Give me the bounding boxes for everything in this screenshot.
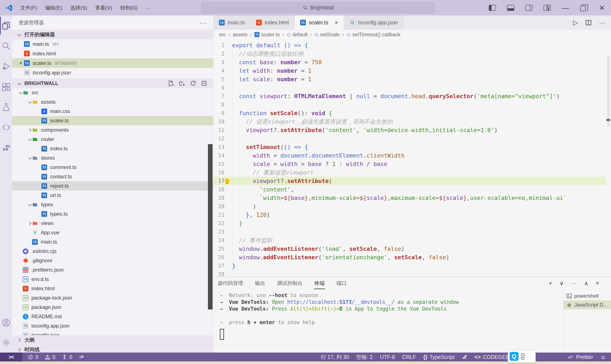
- activitybar-account[interactable]: [0, 313, 12, 333]
- collapse-icon[interactable]: [201, 80, 207, 87]
- status-errors[interactable]: 0: [28, 354, 38, 360]
- restore-button[interactable]: [574, 0, 593, 15]
- status-indentation[interactable]: 空格: 2: [356, 354, 373, 361]
- sidebar-scrollbar[interactable]: [208, 144, 213, 310]
- breadcrumb-item-default[interactable]: ◇default: [287, 32, 308, 38]
- status-codegeex[interactable]: <>CODEGEEX: [475, 354, 513, 360]
- new-folder-icon[interactable]: [179, 80, 185, 87]
- tree-item-url.ts[interactable]: TSurl.ts: [12, 191, 213, 200]
- tree-item-scaler.ts[interactable]: TSscaler.ts: [12, 116, 213, 125]
- close-editor-icon[interactable]: ×: [18, 60, 24, 66]
- status-prettier[interactable]: ✓✓Prettier: [567, 354, 593, 360]
- more-icon[interactable]: ···: [571, 280, 577, 287]
- tree-item-router[interactable]: router: [12, 135, 213, 144]
- tree-item-env.d.ts[interactable]: TSenv.d.ts: [12, 274, 213, 284]
- tab-index.html[interactable]: 5index.html: [251, 15, 295, 30]
- status-encoding[interactable]: UTF-8: [380, 354, 395, 360]
- editor-scrollbar[interactable]: [606, 39, 611, 292]
- terminal-session-JavaScript D...[interactable]: JavaScript D...: [564, 300, 611, 309]
- run-icon[interactable]: ▷: [573, 19, 578, 26]
- terminal-output[interactable]: → Network: use --host to expose→ Vue Dev…: [220, 292, 559, 340]
- close-panel-icon[interactable]: ×: [596, 280, 599, 287]
- open-editor-main.ts[interactable]: TSmain.tssrc: [12, 39, 213, 49]
- tab-scaler.ts[interactable]: TSscaler.ts×: [295, 15, 344, 30]
- tree-item-.prettierrc.json[interactable]: .prettierrc.json: [12, 265, 213, 274]
- tree-item-main.css[interactable]: 3main.css: [12, 107, 213, 116]
- tree-item-assets[interactable]: assets: [12, 97, 213, 107]
- status-warnings[interactable]: 0: [45, 354, 55, 360]
- tree-item-main.ts[interactable]: TSmain.ts: [12, 237, 213, 247]
- tree-item-report.ts[interactable]: TSreport.ts: [12, 181, 213, 191]
- layout-sidebar-right-icon[interactable]: [520, 0, 538, 15]
- status-eol[interactable]: CRLF: [402, 354, 416, 360]
- layout-panel-icon[interactable]: [502, 0, 520, 15]
- menu-item-2[interactable]: 选择(S): [67, 3, 91, 13]
- new-file-icon[interactable]: [168, 80, 174, 87]
- menu-item-1[interactable]: 编辑(E): [42, 3, 66, 13]
- activitybar-testing[interactable]: [0, 97, 12, 117]
- menu-item-0[interactable]: 文件(F): [17, 3, 40, 13]
- status-language-mode[interactable]: {}TypeScript: [423, 354, 455, 360]
- panel-tab-终端[interactable]: 终端: [314, 279, 325, 288]
- split-editor-icon[interactable]: [585, 19, 592, 26]
- tree-item-types[interactable]: types: [12, 200, 213, 209]
- more-icon[interactable]: ···: [599, 19, 606, 26]
- tree-item-.eslintrc.cjs[interactable]: .eslintrc.cjs: [12, 247, 213, 256]
- open-editor-index.html[interactable]: 5index.html: [12, 49, 213, 58]
- status-extension-blocks[interactable]: [462, 354, 467, 360]
- launch-profile-icon[interactable]: ∨: [559, 280, 564, 287]
- activitybar-extensions[interactable]: [0, 77, 12, 97]
- status-notifications[interactable]: [600, 354, 606, 360]
- tree-item-contact.ts[interactable]: TScontact.ts: [12, 172, 213, 181]
- code-editor[interactable]: 1export default () => {2 //动态调整视口缩放比例3 c…: [213, 39, 611, 292]
- project-section-header[interactable]: BRIGHTWALL: [12, 78, 213, 88]
- activitybar-explorer[interactable]: [0, 15, 12, 36]
- minimize-button[interactable]: —: [556, 0, 574, 15]
- breadcrumb-item-src[interactable]: src: [219, 32, 226, 38]
- panel-tab-端口[interactable]: 端口: [336, 279, 347, 288]
- breadcrumb-item-assets[interactable]: assets: [233, 32, 247, 38]
- tree-item-package.json[interactable]: JSpackage.json: [12, 302, 213, 312]
- terminal-session-powershell[interactable]: powershell: [564, 291, 611, 300]
- menu-item-5[interactable]: ···: [142, 3, 154, 13]
- layout-sidebar-left-icon[interactable]: [483, 0, 502, 15]
- activitybar-blocks[interactable]: [0, 138, 12, 158]
- tree-item-package-lock.json[interactable]: JSpackage-lock.json: [12, 293, 213, 302]
- command-center-search[interactable]: BrightWall: [201, 2, 435, 13]
- breadcrumb-item-scaler.ts[interactable]: TSscaler.ts: [254, 32, 280, 38]
- open-editors-header[interactable]: 打开的编辑器: [12, 30, 213, 39]
- status-cursor-position[interactable]: 行 17, 列 30: [321, 354, 349, 361]
- tree-item-types.ts[interactable]: TStypes.ts: [12, 209, 213, 219]
- tab-close-icon[interactable]: ×: [334, 19, 338, 26]
- layout-customize-icon[interactable]: [538, 0, 556, 15]
- tree-item-views[interactable]: views: [12, 219, 213, 228]
- explorer-more-icon[interactable]: ···: [199, 19, 207, 26]
- timeline-section-header[interactable]: 时间线: [12, 345, 213, 352]
- tree-item-index.ts[interactable]: TSindex.ts: [12, 144, 213, 153]
- ime-mini-icons[interactable]: [521, 353, 524, 360]
- open-editor-tsconfig.app.json[interactable]: TStsconfig.app.json: [12, 68, 213, 77]
- ime-q-badge[interactable]: Q: [510, 352, 518, 361]
- maximize-panel-icon[interactable]: ∧: [584, 280, 588, 287]
- tree-item-src[interactable]: src: [12, 88, 213, 97]
- tree-item-.gitignore[interactable]: .gitignore: [12, 256, 213, 265]
- open-editor-scaler.ts[interactable]: ×TSscaler.tssrc\assets: [12, 58, 213, 68]
- refresh-icon[interactable]: [190, 80, 196, 87]
- tab-tsconfig.app.json[interactable]: TStsconfig.app.json: [344, 15, 404, 30]
- tree-item-tsconfig.json[interactable]: TStsconfig.json: [12, 330, 213, 335]
- activitybar-search[interactable]: [0, 36, 12, 56]
- status-feedback[interactable]: 0: [62, 354, 72, 360]
- remote-indicator[interactable]: ><: [0, 352, 22, 362]
- activitybar-settings[interactable]: [0, 333, 12, 352]
- new-terminal-icon[interactable]: +: [549, 280, 552, 287]
- tab-main.ts[interactable]: TSmain.ts: [213, 15, 251, 30]
- tree-item-App.vue[interactable]: VApp.vue: [12, 228, 213, 237]
- lightbulb-icon[interactable]: [225, 179, 229, 183]
- tree-item-tsconfig.app.json[interactable]: TStsconfig.app.json: [12, 321, 213, 330]
- menu-item-4[interactable]: 转到(G): [117, 3, 141, 13]
- menu-item-3[interactable]: 查看(V): [92, 3, 116, 13]
- outline-section-header[interactable]: 大纲: [12, 335, 213, 345]
- panel-tab-调试控制台[interactable]: 调试控制台: [277, 279, 303, 288]
- tree-item-comment.ts[interactable]: TScomment.ts: [12, 163, 213, 172]
- close-button[interactable]: ×: [593, 0, 611, 15]
